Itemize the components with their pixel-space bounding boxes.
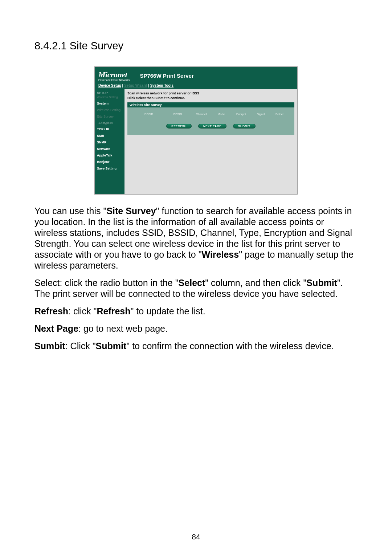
admin-title: SP766W Print Server	[140, 73, 193, 79]
paragraph-1: You can use this "Site Survey" function …	[34, 205, 358, 271]
admin-header: Micronet Faster and Easier Networks SP76…	[95, 67, 297, 83]
topnav-device-setup[interactable]: Device Setup	[98, 83, 121, 87]
paragraph-2: Select: click the radio button in the "S…	[34, 277, 358, 299]
brand-logo: Micronet Faster and Easier Networks	[98, 70, 130, 81]
admin-instructions: Scan wireless network for print server o…	[127, 91, 294, 100]
sidebar-heading: SETUP	[97, 91, 122, 95]
doc-body: You can use this "Site Survey" function …	[34, 205, 358, 351]
sidebar-item-smb[interactable]: SMB	[97, 134, 122, 138]
sidebar-item-site-survey[interactable]: Site Survey	[97, 115, 122, 118]
col-bssid: BSSID	[168, 113, 188, 116]
site-survey-panel: ESSID BSSID Channel Mode Encrypt Signal …	[127, 107, 294, 135]
paragraph-5: Sumbit: Click "Submit" to confirm the co…	[34, 340, 358, 351]
admin-sidebar: SETUP Wireless Setting System Wireless S…	[95, 89, 124, 194]
admin-topnav: Device Setup | Setup Wizard | System Too…	[95, 83, 297, 89]
sidebar-item-encryption[interactable]: -Encryption	[97, 121, 122, 125]
sidebar-item-wireless-setting[interactable]: Wireless Setting	[97, 108, 122, 112]
sidebar-item-save-setting[interactable]: Save Setting	[97, 167, 122, 170]
page-number: 84	[0, 532, 392, 541]
survey-table-header: ESSID BSSID Channel Mode Encrypt Signal …	[131, 113, 291, 116]
topnav-setup-wizard[interactable]: Setup Wizard	[124, 83, 147, 87]
next-page-button[interactable]: NEXT PAGE	[198, 124, 226, 128]
admin-screenshot: Micronet Faster and Easier Networks SP76…	[94, 66, 298, 195]
survey-buttons: REFRESH NEXT PAGE SUBMIT	[131, 124, 291, 128]
sidebar-item-bonjour[interactable]: Bonjour	[97, 160, 122, 164]
paragraph-3: Refresh: click "Refresh" to update the l…	[34, 306, 358, 317]
col-essid: ESSID	[136, 113, 162, 116]
col-signal: Signal	[255, 113, 267, 116]
sidebar-item-system[interactable]: System	[97, 102, 122, 105]
col-select: Select	[273, 113, 286, 116]
panel-heading: Wireless Site Survey	[127, 102, 294, 107]
admin-main: Scan wireless network for print server o…	[124, 89, 297, 194]
col-encrypt: Encrypt	[234, 113, 249, 116]
topnav-system-tools[interactable]: System Tools	[150, 83, 173, 87]
col-channel: Channel	[194, 113, 208, 116]
sidebar-item-appletalk[interactable]: AppleTalk	[97, 154, 122, 157]
sidebar-item-tcpip[interactable]: TCP / IP	[97, 127, 122, 131]
section-heading: 8.4.2.1 Site Survey	[34, 40, 358, 52]
sidebar-item-netware[interactable]: NetWare	[97, 147, 122, 151]
paragraph-4: Next Page: go to next web page.	[34, 323, 358, 334]
submit-button[interactable]: SUBMIT	[233, 124, 256, 128]
sidebar-subheading: Wireless Setting	[97, 95, 122, 99]
col-mode: Mode	[215, 113, 228, 116]
refresh-button[interactable]: REFRESH	[166, 124, 192, 128]
sidebar-item-snmp[interactable]: SNMP	[97, 140, 122, 144]
